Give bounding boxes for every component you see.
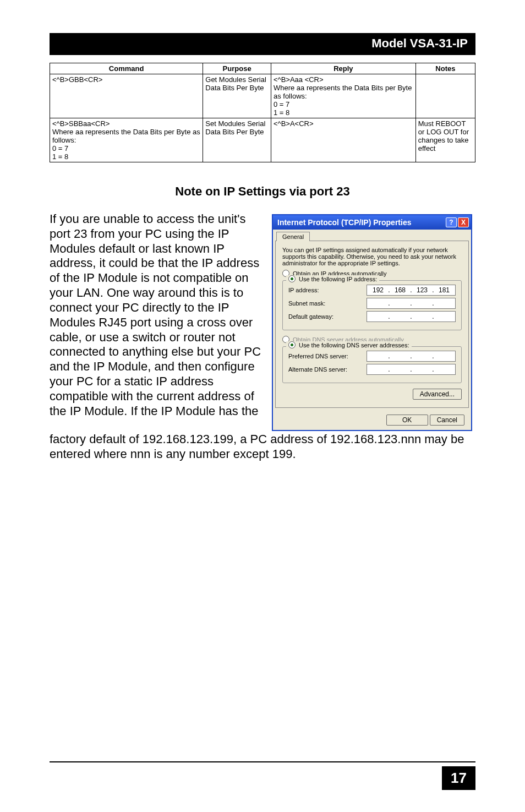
tab-strip: General	[273, 230, 471, 241]
th-purpose: Purpose	[203, 63, 271, 74]
gateway-row: Default gateway: ...	[288, 311, 456, 322]
alt-dns-label: Alternate DNS server:	[288, 366, 363, 373]
th-command: Command	[50, 63, 203, 74]
radio-label: Use the following IP address:	[299, 276, 377, 282]
cell-notes	[415, 74, 475, 118]
ip-fieldset: Use the following IP address: IP address…	[282, 280, 462, 330]
model-label: Model VSA-31-IP	[371, 36, 468, 50]
cell-notes: Must REBOOT or LOG OUT for changes to ta…	[415, 118, 475, 162]
dialog-bottom-buttons: OK Cancel	[273, 410, 471, 430]
advanced-button[interactable]: Advanced...	[413, 389, 462, 400]
subnet-input[interactable]: ...	[367, 298, 456, 309]
header-bar: Model VSA-31-IP	[50, 33, 475, 55]
pref-dns-label: Preferred DNS server:	[288, 353, 363, 359]
dialog-title: Internet Protocol (TCP/IP) Properties	[277, 218, 411, 227]
tcpip-dialog: Internet Protocol (TCP/IP) Properties ? …	[272, 214, 472, 431]
dialog-intro: You can get IP settings assigned automat…	[282, 247, 462, 266]
table-row: <^B>SBBaa<CR> Where aa represents the Da…	[50, 118, 475, 162]
help-icon[interactable]: ?	[446, 217, 457, 227]
dialog-container: Internet Protocol (TCP/IP) Properties ? …	[272, 212, 475, 431]
body-left: If you are unable to access the unit's p…	[50, 212, 263, 431]
cell-reply: <^B>A<CR>	[271, 118, 415, 162]
gateway-label: Default gateway:	[288, 313, 363, 320]
ok-button[interactable]: OK	[386, 415, 428, 426]
cell-command: <^B>SBBaa<CR> Where aa represents the Da…	[50, 118, 203, 162]
subnet-row: Subnet mask: ...	[288, 298, 456, 309]
table-row: <^B>GBB<CR> Get Modules Serial Data Bits…	[50, 74, 475, 118]
advanced-row: Advanced...	[282, 389, 462, 400]
footer-rule	[50, 761, 475, 762]
ip-octet: 181	[434, 286, 454, 294]
content-row: If you are unable to access the unit's p…	[50, 212, 475, 431]
tab-general[interactable]: General	[276, 232, 310, 241]
th-reply: Reply	[271, 63, 415, 74]
ip-octet: 123	[412, 286, 432, 294]
pref-dns-input[interactable]: ...	[367, 351, 456, 362]
ip-octet: 192	[368, 286, 388, 294]
page-number: 17	[442, 766, 475, 790]
command-table: Command Purpose Reply Notes <^B>GBB<CR> …	[50, 63, 475, 162]
page: Model VSA-31-IP Command Purpose Reply No…	[0, 0, 525, 812]
subnet-label: Subnet mask:	[288, 300, 363, 307]
cancel-button[interactable]: Cancel	[430, 415, 464, 426]
cell-purpose: Get Modules Serial Data Bits Per Byte	[203, 74, 271, 118]
gateway-input[interactable]: ...	[367, 311, 456, 322]
section-heading: Note on IP Settings via port 23	[50, 184, 475, 199]
dns-fieldset: Use the following DNS server addresses: …	[282, 346, 462, 383]
radio-label: Use the following DNS server addresses:	[299, 342, 409, 348]
dialog-titlebar: Internet Protocol (TCP/IP) Properties ? …	[273, 215, 471, 230]
radio-icon	[288, 275, 296, 282]
cell-command: <^B>GBB<CR>	[50, 74, 203, 118]
pref-dns-row: Preferred DNS server: ...	[288, 351, 456, 362]
cell-reply: <^B>Aaa <CR> Where aa represents the Dat…	[271, 74, 415, 118]
close-icon[interactable]: X	[458, 217, 469, 227]
body-below: factory default of 192.168.123.199, a PC…	[50, 432, 475, 462]
alt-dns-row: Alternate DNS server: ...	[288, 364, 456, 375]
alt-dns-input[interactable]: ...	[367, 364, 456, 375]
radio-icon	[288, 341, 296, 348]
ip-address-label: IP address:	[288, 287, 363, 293]
cell-purpose: Set Modules Serial Data Bits Per Byte	[203, 118, 271, 162]
radio-use-ip[interactable]: Use the following IP address:	[286, 275, 379, 282]
titlebar-buttons: ? X	[446, 217, 469, 227]
tab-panel: You can get IP settings assigned automat…	[275, 241, 469, 408]
radio-use-dns[interactable]: Use the following DNS server addresses:	[286, 341, 412, 348]
ip-address-row: IP address: 192. 168. 123. 181	[288, 285, 456, 296]
ip-octet: 168	[390, 286, 410, 294]
table-header-row: Command Purpose Reply Notes	[50, 63, 475, 74]
ip-address-input[interactable]: 192. 168. 123. 181	[367, 285, 456, 296]
th-notes: Notes	[415, 63, 475, 74]
